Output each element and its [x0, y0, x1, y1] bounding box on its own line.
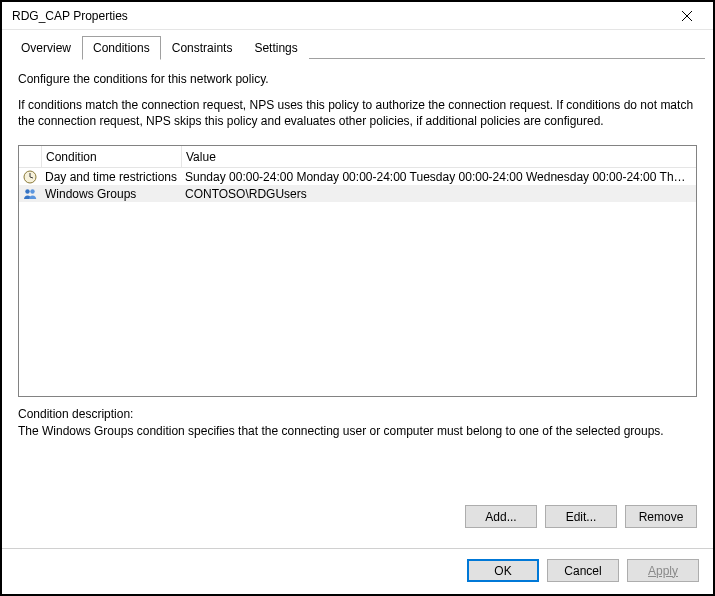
- clock-icon: [19, 169, 41, 185]
- row-condition: Windows Groups: [41, 187, 181, 201]
- apply-button: Apply: [627, 559, 699, 582]
- intro-text: Configure the conditions for this networ…: [18, 71, 697, 87]
- ok-button[interactable]: OK: [467, 559, 539, 582]
- window-title: RDG_CAP Properties: [12, 9, 667, 23]
- header-condition[interactable]: Condition: [41, 146, 181, 167]
- remove-button[interactable]: Remove: [625, 505, 697, 528]
- apply-label: Apply: [648, 564, 678, 578]
- conditions-list[interactable]: Condition Value Day and time restriction…: [18, 145, 697, 397]
- tab-strip: Overview Conditions Constraints Settings: [2, 30, 713, 59]
- row-value: Sunday 00:00-24:00 Monday 00:00-24:00 Tu…: [181, 170, 696, 184]
- tab-overview[interactable]: Overview: [10, 36, 82, 59]
- list-header: Condition Value: [19, 146, 696, 168]
- condition-buttons: Add... Edit... Remove: [18, 465, 697, 540]
- list-row[interactable]: Day and time restrictions Sunday 00:00-2…: [19, 168, 696, 185]
- group-icon: [19, 186, 41, 202]
- cancel-button[interactable]: Cancel: [547, 559, 619, 582]
- dialog-buttons: OK Cancel Apply: [2, 548, 713, 594]
- add-button[interactable]: Add...: [465, 505, 537, 528]
- description-text: The Windows Groups condition specifies t…: [18, 423, 697, 439]
- svg-point-5: [25, 189, 29, 193]
- row-value: CONTOSO\RDGUsers: [181, 187, 696, 201]
- list-row[interactable]: Windows Groups CONTOSO\RDGUsers: [19, 185, 696, 202]
- edit-button[interactable]: Edit...: [545, 505, 617, 528]
- tab-content: Configure the conditions for this networ…: [2, 59, 713, 548]
- close-icon: [681, 10, 693, 22]
- tab-settings[interactable]: Settings: [243, 36, 308, 59]
- tab-constraints[interactable]: Constraints: [161, 36, 244, 59]
- header-value[interactable]: Value: [181, 146, 696, 167]
- properties-window: RDG_CAP Properties Overview Conditions C…: [0, 0, 715, 596]
- svg-point-6: [30, 189, 34, 193]
- title-bar: RDG_CAP Properties: [2, 2, 713, 30]
- close-button[interactable]: [667, 2, 707, 29]
- row-condition: Day and time restrictions: [41, 170, 181, 184]
- description-label: Condition description:: [18, 407, 697, 421]
- explanation-text: If conditions match the connection reque…: [18, 97, 697, 129]
- tab-conditions[interactable]: Conditions: [82, 36, 161, 60]
